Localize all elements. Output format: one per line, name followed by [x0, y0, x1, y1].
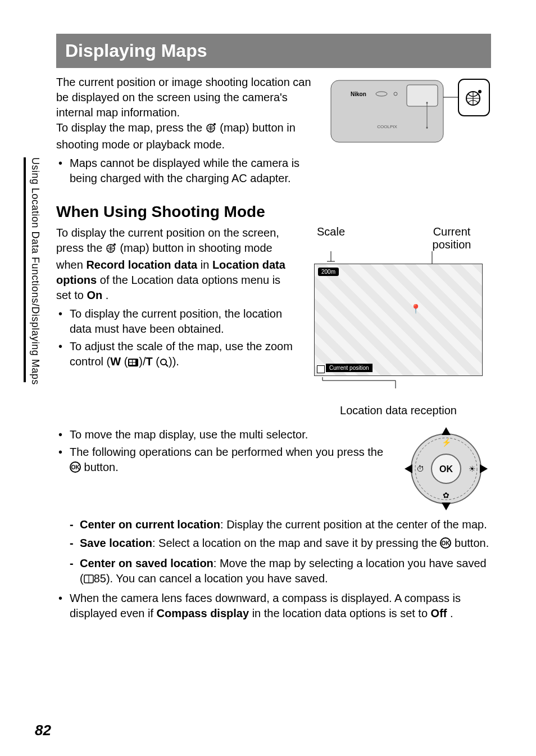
op-title: Center on current location	[80, 518, 220, 531]
svg-text:OK: OK	[442, 540, 451, 546]
t: (	[153, 355, 160, 368]
shooting-intro: To display the current position on the s…	[56, 225, 294, 303]
intro-p2a: To display the map, press the	[56, 121, 206, 134]
bold-record-location: Record location data	[86, 259, 197, 271]
t: button.	[84, 461, 119, 473]
selector-section: To move the map display, use the multi s…	[56, 424, 491, 514]
ok-button-icon: OK	[440, 537, 451, 553]
macro-icon: ✿	[443, 491, 449, 500]
exposure-icon: ☀	[469, 464, 476, 473]
sel-bullet-ok: The following operations can be performe…	[56, 445, 390, 477]
camera-brand: Nikon	[351, 91, 366, 97]
svg-rect-18	[129, 363, 132, 365]
shooting-section: To display the current position on the s…	[56, 225, 491, 417]
shoot-bullet-2: To adjust the scale of the map, use the …	[56, 339, 294, 371]
svg-rect-10	[458, 79, 489, 116]
timer-icon: ⏱	[416, 464, 424, 473]
intro-section: The current position or image shooting l…	[56, 75, 491, 188]
globe-icon	[106, 242, 117, 257]
svg-text:OK: OK	[71, 464, 80, 470]
svg-line-21	[166, 364, 168, 366]
t: : Select a location on the map and save …	[152, 537, 440, 549]
svg-marker-30	[480, 464, 488, 473]
zoom-w-label: W	[110, 355, 121, 368]
op-title: Save location	[80, 537, 152, 549]
camera-illustration: Nikon COOLPIX	[328, 75, 491, 148]
compass-note: When the camera lens faces downward, a c…	[56, 591, 491, 621]
section-heading-shooting: When Using Shooting Mode	[56, 203, 491, 221]
flash-icon: ⚡	[442, 438, 452, 447]
ok-operations-list: Center on current location: Display the …	[70, 517, 491, 587]
label-current-position: Current position	[412, 225, 491, 251]
page-number: 82	[35, 722, 51, 739]
camera-model: COOLPIX	[377, 124, 397, 129]
svg-rect-17	[133, 360, 135, 362]
globe-icon	[206, 122, 217, 137]
map-screenshot: 200m 📍 Current position	[314, 264, 483, 376]
multi-selector-illustration: OK ⚡ ✿ ⏱ ☀	[401, 424, 491, 514]
side-tab-marker	[24, 157, 26, 382]
t: )).	[169, 355, 179, 368]
manual-page: Using Location Data Functions/Displaying…	[0, 0, 536, 756]
ok-button-icon: OK	[70, 461, 81, 477]
svg-point-8	[426, 127, 428, 129]
svg-point-20	[161, 359, 166, 365]
intro-p1: The current position or image shooting l…	[56, 75, 318, 120]
shooting-bullets: To display the current position, the loc…	[56, 306, 294, 371]
magnifier-icon	[160, 356, 169, 371]
t: .	[106, 289, 109, 301]
map-position-marker-icon: 📍	[410, 304, 421, 314]
op-center-saved: Center on saved location: Move the map b…	[70, 556, 491, 587]
svg-point-7	[426, 102, 428, 104]
svg-marker-28	[442, 503, 451, 510]
svg-rect-16	[129, 360, 132, 362]
shooting-text: To display the current position on the s…	[56, 225, 294, 417]
svg-point-14	[113, 243, 116, 246]
map-caption: Location data reception	[306, 404, 491, 417]
zoom-t-label: T	[146, 355, 153, 368]
intro-text: The current position or image shooting l…	[56, 75, 318, 188]
map-scale-badge: 200m	[318, 268, 339, 276]
bold-on: On	[87, 289, 102, 301]
svg-marker-27	[442, 427, 451, 435]
t: .	[450, 607, 453, 619]
compass-bullet-list: When the camera lens faces downward, a c…	[56, 591, 491, 621]
svg-rect-3	[407, 85, 438, 106]
svg-point-1	[214, 123, 216, 125]
svg-point-12	[478, 90, 482, 93]
shoot-bullet-1: To display the current position, the loc…	[56, 306, 294, 337]
t: (	[121, 355, 128, 368]
t: 85). You can cancel a location you have …	[94, 572, 328, 585]
page-title: Displaying Maps	[56, 34, 491, 68]
t: in	[201, 259, 212, 271]
svg-marker-29	[405, 464, 412, 473]
t: To adjust the scale of the map, use the …	[70, 340, 293, 368]
t: button.	[455, 537, 489, 549]
map-figure: Scale Current position 200m 📍 Current po…	[306, 225, 491, 417]
page-ref-icon	[84, 572, 94, 587]
op-center-current: Center on current location: Display the …	[70, 517, 491, 532]
bold-off: Off	[431, 607, 447, 619]
label-scale: Scale	[306, 225, 356, 251]
side-tab-text: Using Location Data Functions/Displaying…	[29, 157, 41, 385]
op-title: Center on saved location	[80, 557, 214, 569]
t: : Display the current position at the ce…	[220, 518, 487, 531]
intro-p2: To display the map, press the (map) butt…	[56, 120, 318, 152]
ok-label: OK	[439, 464, 453, 474]
svg-rect-19	[133, 363, 135, 365]
t: in the location data options is set to	[252, 607, 431, 619]
t: )/	[139, 355, 146, 368]
t: The following operations can be performe…	[70, 446, 383, 458]
bold-compass-display: Compass display	[157, 607, 249, 619]
selector-text: To move the map display, use the multi s…	[56, 424, 390, 479]
thumbnail-grid-icon	[128, 356, 139, 371]
op-save-location: Save location: Select a location on the …	[70, 536, 491, 553]
map-reception-icon	[317, 365, 325, 373]
intro-bullet-1: Maps cannot be displayed while the camer…	[56, 156, 318, 186]
sel-bullet-move: To move the map display, use the multi s…	[56, 427, 390, 442]
map-curpos-badge: Current position	[326, 364, 373, 372]
intro-bullets: Maps cannot be displayed while the camer…	[56, 156, 318, 186]
